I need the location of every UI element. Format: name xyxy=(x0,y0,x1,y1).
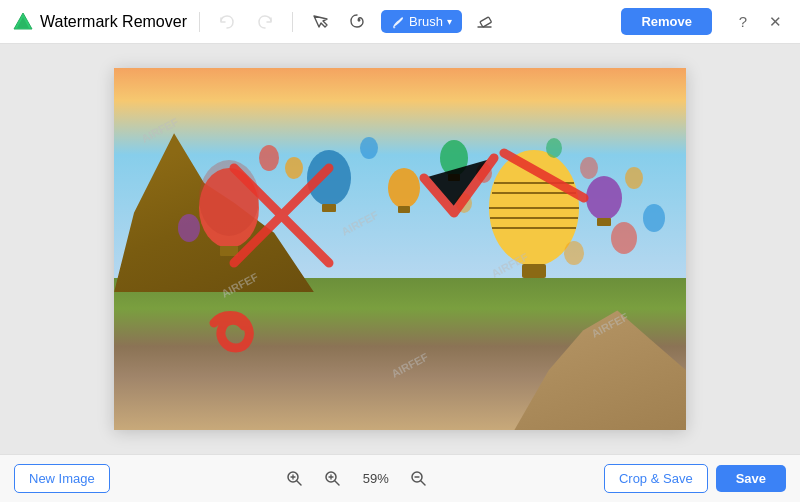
save-button[interactable]: Save xyxy=(716,465,786,492)
close-button[interactable]: ✕ xyxy=(762,9,788,35)
app-title: Watermark Remover xyxy=(40,13,187,31)
zoom-level: 59% xyxy=(358,471,394,486)
zoom-reset-button[interactable] xyxy=(282,466,308,492)
scene-background: AIRFEF AIRFEF AIRFEF AIRFEF AIRFEF AIRFE… xyxy=(114,68,686,430)
undo-button[interactable] xyxy=(212,7,242,37)
svg-line-52 xyxy=(421,481,425,485)
erase-tool-button[interactable] xyxy=(470,7,500,37)
remove-button[interactable]: Remove xyxy=(621,8,712,35)
window-controls: ? ✕ xyxy=(730,9,788,35)
canvas-area: AIRFEF AIRFEF AIRFEF AIRFEF AIRFEF AIRFE… xyxy=(0,44,800,454)
bottom-right: Crop & Save Save xyxy=(604,464,786,493)
close-icon: ✕ xyxy=(769,13,782,31)
zoom-out-button[interactable] xyxy=(406,466,432,492)
select-tool-button[interactable] xyxy=(305,7,335,37)
bottom-center: 59% xyxy=(110,466,604,492)
brush-tool-label: Brush xyxy=(409,14,443,29)
lasso-tool-button[interactable] xyxy=(343,7,373,37)
brush-tool-button[interactable]: Brush ▾ xyxy=(381,10,462,33)
app-logo-icon xyxy=(12,11,34,33)
bottom-bar: New Image 59% xyxy=(0,454,800,502)
separator-1 xyxy=(199,12,200,32)
redo-button[interactable] xyxy=(250,7,280,37)
help-button[interactable]: ? xyxy=(730,9,756,35)
zoom-in-button[interactable] xyxy=(320,466,346,492)
bottom-left: New Image xyxy=(14,464,110,493)
svg-line-44 xyxy=(297,481,301,485)
new-image-button[interactable]: New Image xyxy=(14,464,110,493)
svg-rect-2 xyxy=(480,17,492,27)
image-container[interactable]: AIRFEF AIRFEF AIRFEF AIRFEF AIRFEF AIRFE… xyxy=(114,68,686,430)
svg-line-48 xyxy=(335,481,339,485)
separator-2 xyxy=(292,12,293,32)
app-logo: Watermark Remover xyxy=(12,11,187,33)
crop-save-button[interactable]: Crop & Save xyxy=(604,464,708,493)
brush-chevron-icon: ▾ xyxy=(447,16,452,27)
